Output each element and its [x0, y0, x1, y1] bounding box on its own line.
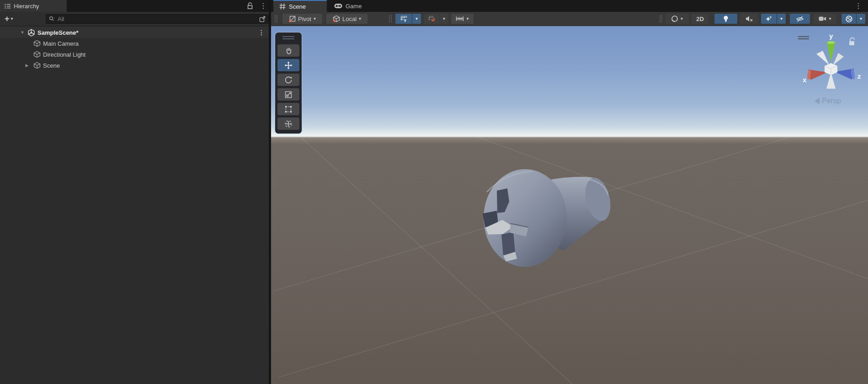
orientation-gizmo[interactable]: y x z [795, 31, 868, 100]
scene-toolbar: Pivot ▾ Local ▾ Y ▾ ▾ ▾ ▾ [271, 12, 868, 26]
axis-z-label[interactable]: z [857, 72, 861, 80]
render-mode-button[interactable]: ▾ [665, 14, 689, 24]
grid-visibility-dropdown[interactable]: ▾ [412, 14, 421, 24]
rotate-icon [284, 76, 293, 84]
caret-down-icon: ▾ [443, 16, 445, 21]
gizmo-axis-back[interactable] [833, 53, 844, 65]
transform-icon [284, 120, 293, 128]
audio-muted-icon [746, 16, 753, 22]
effects-sparkle-icon [765, 15, 772, 22]
projection-mode-toggle[interactable]: Persp [815, 97, 841, 105]
list-icon [5, 4, 11, 9]
axis-y-label[interactable]: y [829, 32, 833, 40]
grid-y-icon: Y [400, 15, 408, 22]
scene-row-kebab[interactable]: ⋮ [258, 29, 265, 36]
pivot-toggle-button[interactable]: Pivot ▾ [282, 14, 322, 24]
item-label: Main Camera [43, 40, 79, 47]
gameobject-cube-icon [33, 40, 41, 47]
pivot-label: Pivot [298, 16, 311, 22]
item-label: Scene [43, 62, 60, 69]
gizmo-axis-back[interactable] [816, 51, 829, 65]
scene-name-label: SampleScene* [37, 29, 79, 36]
lighting-toggle-button[interactable] [714, 14, 737, 24]
gameobject-cube-icon [33, 51, 41, 58]
screw-object[interactable] [483, 169, 614, 267]
toolbar-grip[interactable] [389, 15, 392, 23]
hierarchy-menu-kebab[interactable]: ⋮ [259, 1, 268, 11]
disclosure-closed-icon[interactable]: ▶ [24, 63, 30, 68]
eye-hidden-icon [796, 16, 804, 22]
scene-panel-kebab[interactable]: ⋮ [854, 1, 863, 11]
gizmo-lock-icon[interactable] [849, 38, 854, 46]
2d-label: 2D [696, 16, 704, 22]
grid-axis-letter: Y [404, 18, 407, 22]
move-tool-button[interactable] [277, 59, 299, 71]
hierarchy-item-main-camera[interactable]: Main Camera [0, 38, 271, 49]
caret-down-icon: ▾ [359, 16, 361, 21]
effects-toggle-button[interactable] [761, 14, 777, 24]
hierarchy-panel: Hierarchy ⋮ + ▾ All ▼ SampleScene* ⋮ [0, 0, 271, 384]
gizmo-axis-z[interactable] [835, 69, 854, 80]
toolbar-grip[interactable] [660, 15, 662, 23]
gizmos-dropdown[interactable]: ▾ [857, 14, 865, 24]
grid-snapping-button[interactable] [424, 14, 439, 24]
audio-toggle-button[interactable] [740, 14, 758, 24]
game-tab-label: Game [346, 3, 362, 10]
hierarchy-item-scene[interactable]: ▶ Scene [0, 60, 271, 71]
gameobject-cube-icon [33, 62, 41, 69]
disclosure-open-icon[interactable]: ▼ [19, 30, 26, 35]
snap-magnet-icon [428, 15, 436, 22]
gizmo-axis-x[interactable] [808, 69, 827, 80]
rect-tool-button[interactable] [277, 103, 299, 115]
scene-header-row[interactable]: ▼ SampleScene* ⋮ [0, 27, 271, 38]
hierarchy-toolbar: + ▾ All [0, 12, 271, 26]
tab-scene[interactable]: Scene [273, 0, 327, 12]
pivot-icon [289, 16, 296, 22]
caret-down-icon: ▾ [466, 16, 469, 21]
caret-down-icon: ▾ [11, 16, 13, 21]
transform-tool-button[interactable] [277, 117, 299, 130]
caret-down-icon: ▾ [415, 16, 418, 21]
handle-rotation-button[interactable]: Local ▾ [326, 14, 367, 24]
hierarchy-item-directional-light[interactable]: Directional Light [0, 49, 271, 60]
caret-down-icon: ▾ [860, 16, 862, 21]
scene-grid-icon [279, 3, 286, 10]
hierarchy-search-field[interactable]: All [46, 14, 269, 24]
overlay-drag-handle[interactable] [282, 36, 294, 39]
unlock-icon[interactable] [247, 2, 254, 10]
snap-increment-button[interactable]: ▾ [451, 14, 474, 24]
local-cube-icon [333, 15, 340, 22]
hand-icon [285, 47, 293, 54]
caret-down-icon: ▾ [314, 16, 316, 21]
ruler-icon [456, 16, 464, 22]
view-tool-button[interactable] [277, 44, 299, 57]
unity-editor-window: Hierarchy ⋮ + ▾ All ▼ SampleScene* ⋮ [0, 0, 868, 384]
left-arrow-icon [815, 98, 820, 104]
effects-dropdown[interactable]: ▾ [777, 14, 786, 24]
camera-icon [819, 16, 826, 21]
scene-tab-label: Scene [289, 3, 306, 10]
tools-overlay-palette [275, 32, 302, 134]
grid-snapping-dropdown[interactable]: ▾ [440, 14, 448, 24]
create-object-button[interactable]: + ▾ [3, 13, 20, 24]
camera-settings-button[interactable]: ▾ [814, 14, 836, 24]
gizmos-toggle-button[interactable] [841, 14, 856, 24]
item-label: Directional Light [43, 51, 85, 58]
open-search-window-icon[interactable] [259, 15, 266, 23]
grid-visibility-button[interactable]: Y [395, 14, 412, 24]
scene-tab-bar: Scene Game ⋮ [271, 0, 868, 12]
hierarchy-tab-label: Hierarchy [14, 3, 39, 10]
lightbulb-icon [723, 15, 729, 22]
tab-game[interactable]: Game [330, 0, 381, 12]
gizmo-drag-handle[interactable] [798, 37, 809, 39]
rotate-tool-button[interactable] [277, 74, 299, 86]
2d-toggle-button[interactable]: 2D [692, 14, 708, 24]
scene-visibility-button[interactable] [790, 14, 810, 24]
toolbar-grip[interactable] [275, 15, 277, 23]
hierarchy-tab-bar: Hierarchy ⋮ [0, 0, 271, 12]
viewport-3d-content[interactable] [271, 26, 868, 384]
axis-x-label[interactable]: x [803, 76, 807, 84]
gizmo-axis-y[interactable] [827, 43, 835, 62]
tab-hierarchy[interactable]: Hierarchy [0, 0, 67, 12]
scale-tool-button[interactable] [277, 88, 299, 101]
